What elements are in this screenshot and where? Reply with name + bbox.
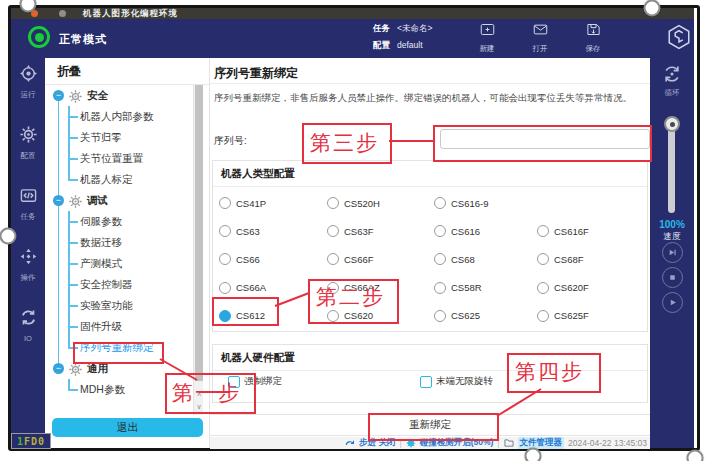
loop-icon[interactable] bbox=[662, 64, 682, 84]
speed-slider-knob[interactable] bbox=[664, 116, 680, 132]
scroll-up-arrow[interactable]: ∧ bbox=[194, 388, 204, 400]
crop-handle bbox=[644, 0, 661, 17]
robot-type-option-CS66AZ[interactable]: CS66AZ bbox=[327, 282, 434, 294]
stop-button[interactable] bbox=[662, 267, 683, 288]
scroll-down-arrow[interactable]: ∨ bbox=[194, 401, 204, 413]
tree-item[interactable]: 机器人内部参数 bbox=[45, 106, 197, 127]
tree-group-通用[interactable]: 通用 bbox=[45, 358, 197, 379]
hardware-section: 机器人硬件配置 强制绑定末端无限旋转 bbox=[212, 344, 648, 403]
operate-icon bbox=[20, 248, 37, 269]
robot-type-option-CS41P[interactable]: CS41P bbox=[219, 197, 327, 209]
保存-button[interactable]: 保存 bbox=[573, 22, 613, 54]
skip-next-button[interactable] bbox=[662, 242, 683, 263]
divider bbox=[210, 83, 650, 84]
rebind-button[interactable]: 重新绑定 bbox=[210, 414, 650, 436]
radio-icon[interactable] bbox=[327, 282, 339, 294]
robot-type-option-CS616[interactable]: CS616 bbox=[434, 225, 537, 237]
radio-icon[interactable] bbox=[327, 225, 339, 237]
radio-icon[interactable] bbox=[327, 197, 339, 209]
tree-item[interactable]: 产测模式 bbox=[45, 253, 197, 274]
tree-item[interactable]: 关节位置重置 bbox=[45, 148, 197, 169]
collapse-minus-icon[interactable] bbox=[53, 90, 64, 101]
radio-icon[interactable] bbox=[537, 282, 549, 294]
exit-button[interactable]: 退出 bbox=[52, 418, 203, 437]
tree-group-调试[interactable]: 调试 bbox=[45, 190, 197, 211]
collapse-minus-icon[interactable] bbox=[53, 195, 64, 206]
robot-type-option-CS63[interactable]: CS63 bbox=[219, 225, 327, 237]
sidebar-item-操作[interactable]: 操作 bbox=[20, 248, 37, 288]
robot-type-option-CS612[interactable]: CS612 bbox=[219, 310, 327, 322]
radio-icon[interactable] bbox=[434, 282, 446, 294]
collapse-header[interactable]: 折叠 bbox=[45, 58, 209, 85]
robot-type-option-CS68[interactable]: CS68 bbox=[434, 253, 537, 265]
radio-icon[interactable] bbox=[219, 225, 231, 237]
tree-item[interactable]: 序列号重新绑定 bbox=[45, 337, 197, 358]
radio-icon[interactable] bbox=[434, 225, 446, 237]
radio-icon[interactable] bbox=[219, 197, 231, 209]
minimize-button[interactable] bbox=[59, 10, 66, 17]
checkbox-末端无限旋转[interactable]: 末端无限旋转 bbox=[420, 375, 493, 388]
tree-item[interactable]: 实验室功能 bbox=[45, 295, 197, 316]
main-panel: 序列号重新绑定 序列号重新绑定，非售后服务人员禁止操作。绑定错误的机器人，可能会… bbox=[210, 58, 650, 437]
serial-label: 序列号: bbox=[214, 134, 247, 148]
tree-item[interactable]: 伺服参数 bbox=[45, 211, 197, 232]
radio-icon[interactable] bbox=[327, 253, 339, 265]
tree-item[interactable]: 关节归零 bbox=[45, 127, 197, 148]
step-mode-status[interactable]: 步进 关闭 bbox=[359, 437, 395, 449]
collision-icon bbox=[406, 438, 416, 448]
window-title: 机器人图形化编程环境 bbox=[83, 8, 178, 19]
sidebar-item-运行[interactable]: 运行 bbox=[20, 65, 37, 105]
radio-icon[interactable] bbox=[537, 225, 549, 237]
robot-type-option-CS616-9[interactable]: CS616-9 bbox=[434, 197, 537, 209]
robot-type-option-CS66F[interactable]: CS66F bbox=[327, 253, 434, 265]
robot-type-option-CS520H[interactable]: CS520H bbox=[327, 197, 434, 209]
robot-type-option-CS66A[interactable]: CS66A bbox=[219, 282, 327, 294]
robot-type-grid: CS41PCS520HCS616-9CS63CS63FCS616CS616FCS… bbox=[219, 189, 643, 329]
sidebar-item-配置[interactable]: 配置 bbox=[20, 126, 37, 166]
play-button[interactable] bbox=[662, 292, 683, 313]
sidebar-item-任务[interactable]: 任务 bbox=[20, 187, 37, 227]
radio-icon[interactable] bbox=[537, 253, 549, 265]
radio-icon[interactable] bbox=[434, 310, 446, 322]
radio-icon[interactable] bbox=[434, 197, 446, 209]
radio-icon[interactable] bbox=[434, 253, 446, 265]
collision-status[interactable]: 碰撞检测开启(50%) bbox=[420, 437, 494, 449]
tree-scrollbar[interactable]: ∧ ∨ bbox=[193, 85, 203, 415]
save-icon bbox=[586, 22, 601, 41]
tree-item[interactable]: 安全控制器 bbox=[45, 274, 197, 295]
新建-button[interactable]: 新建 bbox=[467, 22, 507, 54]
robot-type-option-CS68F[interactable]: CS68F bbox=[537, 253, 643, 265]
checkbox-icon[interactable] bbox=[228, 376, 240, 388]
robot-type-option-CS63F[interactable]: CS63F bbox=[327, 225, 434, 237]
sidebar-item-IO[interactable]: IO bbox=[20, 309, 37, 349]
scrollbar-thumb[interactable] bbox=[195, 85, 203, 381]
radio-icon[interactable] bbox=[219, 253, 231, 265]
speed-slider-track[interactable] bbox=[668, 120, 675, 213]
checkbox-icon[interactable] bbox=[420, 376, 432, 388]
robot-type-option-CS625[interactable]: CS625 bbox=[434, 310, 537, 322]
screenshot-root: 机器人图形化编程环境 正常模式 任务<未命名> 配置default 新建打开保存… bbox=[0, 0, 707, 461]
tree-group-安全[interactable]: 安全 bbox=[45, 85, 197, 106]
collapse-minus-icon[interactable] bbox=[53, 363, 64, 374]
robot-type-option-CS616F[interactable]: CS616F bbox=[537, 225, 643, 237]
radio-icon[interactable] bbox=[219, 310, 231, 322]
tree-item[interactable]: 固件升级 bbox=[45, 316, 197, 337]
file-manager-link[interactable]: 文件管理器 bbox=[518, 437, 565, 449]
radio-icon[interactable] bbox=[219, 282, 231, 294]
serial-input[interactable] bbox=[440, 129, 650, 149]
robot-type-option-CS620[interactable]: CS620 bbox=[327, 310, 434, 322]
robot-type-option-CS66[interactable]: CS66 bbox=[219, 253, 327, 265]
checkbox-强制绑定[interactable]: 强制绑定 bbox=[228, 375, 282, 388]
robot-type-option-CS58R[interactable]: CS58R bbox=[434, 282, 537, 294]
new-icon bbox=[480, 22, 495, 41]
gear-icon bbox=[69, 89, 82, 102]
tree-item[interactable]: MDH参数 bbox=[45, 379, 197, 398]
step-mode-icon bbox=[345, 438, 355, 448]
robot-type-option-CS625F[interactable]: CS625F bbox=[537, 310, 643, 322]
打开-button[interactable]: 打开 bbox=[520, 22, 560, 54]
radio-icon[interactable] bbox=[327, 310, 339, 322]
tree-item[interactable]: 数据迁移 bbox=[45, 232, 197, 253]
radio-icon[interactable] bbox=[537, 310, 549, 322]
robot-type-option-CS620F[interactable]: CS620F bbox=[537, 282, 643, 294]
tree-item[interactable]: 机器人标定 bbox=[45, 169, 197, 190]
